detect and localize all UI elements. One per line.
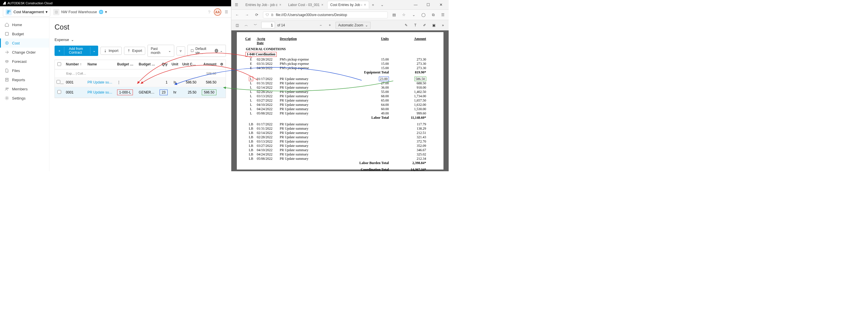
zoom-selector[interactable]: Automatic Zoom⌄ xyxy=(336,22,370,29)
sidebar-item-changeorder[interactable]: Change Order xyxy=(0,47,49,57)
help-icon[interactable]: ? xyxy=(208,9,210,14)
col-unit[interactable]: Unit xyxy=(169,60,181,69)
tab-expense[interactable]: Expense ⌄ xyxy=(55,38,226,42)
close-icon[interactable]: × xyxy=(364,3,366,7)
svg-point-9 xyxy=(7,88,8,89)
text-icon[interactable]: T xyxy=(412,22,419,29)
cell-amount: 586.50 xyxy=(198,78,218,87)
pdf-page: Cat AcctgDate Description Units Amount G… xyxy=(237,32,443,169)
extensions-icon[interactable]: ⧉ xyxy=(430,11,437,19)
col-qty[interactable]: Qty xyxy=(157,60,169,69)
draw-icon[interactable]: ✐ xyxy=(421,22,428,29)
report-row: LB01/31/2022PR Update summary138.29 xyxy=(245,127,435,131)
browser-tab-active[interactable]: Cost Entries by Job -× xyxy=(327,1,369,9)
prev-page-icon[interactable]: ︿ xyxy=(243,22,250,29)
zoom-out-icon[interactable]: − xyxy=(317,22,324,29)
cell-number: 0001 xyxy=(64,78,86,87)
col-name[interactable]: Name xyxy=(86,60,115,69)
back-icon[interactable]: ← xyxy=(234,11,241,19)
browser-tab[interactable]: Entries by Job - job c× xyxy=(242,1,284,9)
col-amount[interactable]: Amount xyxy=(198,60,218,69)
close-window-icon[interactable]: ✕ xyxy=(435,1,447,9)
sidebar-icon[interactable]: ◫ xyxy=(234,22,241,29)
zoom-in-icon[interactable]: ＋ xyxy=(327,22,333,29)
bookmark-icon[interactable]: ☆ xyxy=(400,11,407,19)
chevron-down-icon: ⌄ xyxy=(220,49,223,53)
pocket-icon[interactable]: ⌄ xyxy=(410,11,417,19)
cell-name[interactable]: PR Update summary xyxy=(86,78,115,87)
table-row[interactable]: 0001 PR Update summary 1-000-L GENERA… 2… xyxy=(55,87,226,98)
browser-tab[interactable]: Labor Cost - 03_001× xyxy=(285,1,327,9)
add-from-contract-button[interactable]: ＋ Add from Contract ⌄ xyxy=(55,45,98,56)
collapse-label[interactable]: Coll… xyxy=(78,72,86,75)
hdr-desc: Description xyxy=(280,37,337,45)
view-selector[interactable]: ☐Default vie…i⌄ xyxy=(187,45,226,57)
menu-icon[interactable]: ☰ xyxy=(225,10,228,14)
highlight-icon[interactable]: ✎ xyxy=(403,22,410,29)
brand-bar: AUTODESK Construction Cloud xyxy=(0,0,231,6)
sidebar-item-cost[interactable]: Cost xyxy=(0,38,49,47)
next-page-icon[interactable]: ﹀ xyxy=(252,22,259,29)
expand-label[interactable]: Exp… xyxy=(66,72,75,75)
url-bar[interactable]: 🛡 🗎 file:///D:/Users/sage300sre-customer… xyxy=(263,11,388,19)
sidebar-item-files[interactable]: Files xyxy=(0,66,49,75)
tabs-dropdown-icon[interactable]: ⌄ xyxy=(379,1,386,8)
filter-button[interactable]: ▿ xyxy=(177,46,185,55)
sidebar-toggle-icon[interactable]: ☰ xyxy=(233,1,240,8)
maximize-icon[interactable]: ☐ xyxy=(422,1,434,9)
sidebar-item-home[interactable]: Home xyxy=(0,20,49,29)
reload-icon[interactable]: ⟳ xyxy=(253,11,260,19)
sidebar-item-members[interactable]: Members xyxy=(0,84,49,94)
period-filter[interactable]: Past month⌄ xyxy=(148,45,174,57)
report-row: LB04/10/2022PR Update summary346.67 xyxy=(245,148,435,152)
new-tab-icon[interactable]: ＋ xyxy=(370,1,377,8)
sidebar-item-forecast[interactable]: Forecast xyxy=(0,57,49,66)
hdr-date: AcctgDate xyxy=(257,37,280,45)
toolbar: ＋ Add from Contract ⌄ ⭳Import ⭱Export Pa… xyxy=(55,45,226,57)
page-input[interactable] xyxy=(261,22,275,28)
col-unit-cost[interactable]: Unit Cost xyxy=(181,60,198,69)
grid-settings-icon[interactable]: ⚙ xyxy=(218,60,226,69)
sidebar-item-reports[interactable]: Reports xyxy=(0,75,49,84)
export-button[interactable]: ⭱Export xyxy=(124,47,146,55)
file-icon: 🗎 xyxy=(271,13,274,17)
reader-icon[interactable]: ▤ xyxy=(391,11,398,19)
account-icon[interactable]: ◯ xyxy=(420,11,427,19)
menu-icon[interactable]: ☰ xyxy=(439,11,446,19)
cell-name[interactable]: PR Update summary xyxy=(86,88,115,97)
select-all-checkbox[interactable] xyxy=(57,62,61,66)
svg-point-5 xyxy=(5,61,7,62)
more-icon[interactable]: ⋮ xyxy=(115,78,137,87)
tab-title: Cost Entries by Job - xyxy=(330,3,362,7)
avatar[interactable]: AA xyxy=(214,8,221,16)
total-amount: 586.50 xyxy=(197,69,218,77)
col-budget-name[interactable]: Budget Name xyxy=(137,60,157,69)
sidebar-item-settings[interactable]: Settings xyxy=(0,94,49,103)
close-icon[interactable]: × xyxy=(279,3,281,7)
project-name: NW Food Warehouse xyxy=(61,10,97,14)
sort-asc-icon: ↑ xyxy=(80,62,82,66)
forward-icon[interactable]: → xyxy=(243,11,250,19)
image-icon[interactable]: ▣ xyxy=(430,22,437,29)
more-tools-icon[interactable]: » xyxy=(439,22,446,29)
report-row: LB01/17/2022PR Update summary117.79 xyxy=(245,122,435,127)
pdf-viewport[interactable]: Cat AcctgDate Description Units Amount G… xyxy=(231,30,448,171)
minimize-icon[interactable]: — xyxy=(410,1,422,9)
row-checkbox[interactable] xyxy=(57,90,61,94)
project-chip[interactable]: ◫ NW Food Warehouse 🌐 ▾ xyxy=(53,9,107,15)
btn-label: Export xyxy=(132,49,143,53)
sidebar: Home Budget Cost Change Order Forecast F… xyxy=(0,18,50,171)
zoom-label: Automatic Zoom xyxy=(338,23,363,27)
row-checkbox[interactable] xyxy=(57,80,60,84)
pdf-toolbar: ◫ ︿ ﹀ of 14 − ＋ Automatic Zoom⌄ ✎ T ✐ ▣ … xyxy=(231,20,448,30)
col-budget-code[interactable]: Budget Code xyxy=(115,60,137,69)
module-selector[interactable]: Cost Management ▾ xyxy=(3,7,50,16)
import-button[interactable]: ⭳Import xyxy=(100,47,122,55)
grid-header: Number ↑ Name Budget Code Budget Name Qt… xyxy=(55,60,226,69)
close-icon[interactable]: × xyxy=(321,3,323,7)
shield-icon: 🛡 xyxy=(266,13,269,17)
col-number[interactable]: Number ↑ xyxy=(64,60,86,69)
sidebar-item-budget[interactable]: Budget xyxy=(0,29,49,38)
table-row[interactable]: ⌄ 0001 PR Update summary ⋮ 1 ls 586.50 5… xyxy=(55,78,226,87)
sidebar-label: Reports xyxy=(12,78,25,82)
